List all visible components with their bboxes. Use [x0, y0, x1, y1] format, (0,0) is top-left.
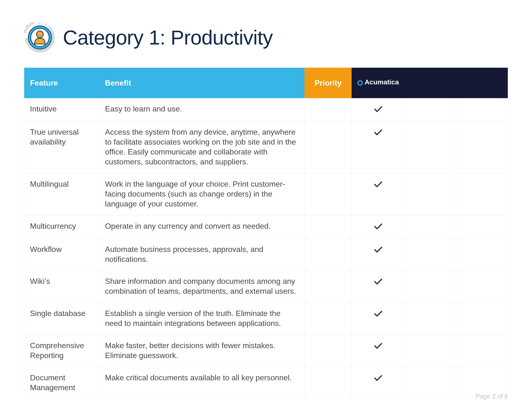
table-row: Multicurrency Operate in any currency an… — [24, 215, 508, 238]
table-row: True universal availability Access the s… — [24, 121, 508, 173]
cell-benefit: Automate business processes, approvals, … — [99, 238, 304, 271]
page-title: Category 1: Productivity — [63, 26, 273, 49]
table-row: Multilingual Work in the language of you… — [24, 173, 508, 215]
table-row: Wiki’s Share information and company doc… — [24, 271, 508, 303]
check-icon — [374, 342, 382, 351]
cell-brand-check — [352, 303, 405, 335]
table-header: Feature Benefit Priority Acumatica — [24, 68, 508, 98]
cell-vendor-3 — [456, 303, 508, 335]
svg-point-2 — [37, 31, 43, 38]
table-row: Intuitive Easy to learn and use. — [24, 98, 508, 121]
cell-vendor-2 — [405, 335, 456, 367]
brand-label: Acumatica — [365, 78, 399, 86]
cell-vendor-3 — [456, 98, 508, 121]
cell-vendor-3 — [456, 121, 508, 173]
cell-vendor-3 — [456, 238, 508, 271]
cell-benefit: Operate in any currency and convert as n… — [99, 215, 304, 238]
cell-brand-check — [352, 335, 405, 367]
cell-brand-check — [352, 98, 405, 121]
check-icon — [374, 310, 382, 319]
page-footer: Page 2 of 8 — [476, 393, 508, 400]
cell-benefit: Make critical documents available to all… — [99, 367, 304, 399]
col-vendor-3 — [456, 68, 508, 98]
cell-feature: Single database — [24, 303, 99, 335]
check-icon — [374, 223, 382, 231]
cell-priority — [304, 367, 352, 399]
check-icon — [374, 105, 382, 114]
table-body: Intuitive Easy to learn and use. True un… — [24, 98, 508, 399]
cell-benefit: Easy to learn and use. — [99, 98, 304, 121]
cell-vendor-2 — [405, 271, 456, 303]
check-icon — [374, 181, 382, 189]
cell-vendor-3 — [456, 335, 508, 367]
cell-priority — [304, 238, 352, 271]
cell-feature: Multicurrency — [24, 215, 99, 238]
page: Category 1: Productivity Feature Benefit… — [0, 0, 532, 411]
gear-person-icon — [24, 22, 56, 53]
col-benefit: Benefit — [99, 68, 304, 98]
cell-feature: Wiki’s — [24, 271, 99, 303]
cell-brand-check — [352, 173, 405, 215]
cell-benefit: Access the system from any device, anyti… — [99, 121, 304, 173]
cell-vendor-2 — [405, 98, 456, 121]
header: Category 1: Productivity — [24, 22, 508, 53]
acumatica-logo-icon — [357, 80, 363, 85]
cell-feature: Workflow — [24, 238, 99, 271]
cell-feature: Comprehensive Reporting — [24, 335, 99, 367]
col-brand: Acumatica — [352, 68, 405, 98]
cell-brand-check — [352, 121, 405, 173]
table-row: Workflow Automate business processes, ap… — [24, 238, 508, 271]
check-icon — [374, 129, 382, 137]
col-vendor-2 — [405, 68, 456, 98]
cell-priority — [304, 303, 352, 335]
cell-feature: Multilingual — [24, 173, 99, 215]
cell-brand-check — [352, 271, 405, 303]
cell-vendor-2 — [405, 173, 456, 215]
cell-priority — [304, 173, 352, 215]
check-icon — [374, 246, 382, 255]
cell-benefit: Work in the language of your choice. Pri… — [99, 173, 304, 215]
col-feature: Feature — [24, 68, 99, 98]
cell-vendor-3 — [456, 173, 508, 215]
cell-benefit: Share information and company documents … — [99, 271, 304, 303]
cell-vendor-2 — [405, 367, 456, 399]
cell-priority — [304, 271, 352, 303]
cell-brand-check — [352, 215, 405, 238]
check-icon — [374, 374, 382, 383]
feature-table: Feature Benefit Priority Acumatica — [24, 68, 508, 399]
cell-vendor-2 — [405, 215, 456, 238]
svg-point-3 — [358, 81, 362, 85]
cell-benefit: Establish a single version of the truth.… — [99, 303, 304, 335]
cell-brand-check — [352, 367, 405, 399]
cell-vendor-2 — [405, 303, 456, 335]
cell-brand-check — [352, 238, 405, 271]
cell-priority — [304, 98, 352, 121]
cell-vendor-2 — [405, 121, 456, 173]
cell-feature: True universal availability — [24, 121, 99, 173]
col-priority: Priority — [304, 68, 352, 98]
cell-feature: Document Management — [24, 367, 99, 399]
check-icon — [374, 278, 382, 287]
table-row: Single database Establish a single versi… — [24, 303, 508, 335]
brand-badge: Acumatica — [357, 78, 399, 86]
cell-vendor-3 — [456, 271, 508, 303]
cell-vendor-2 — [405, 238, 456, 271]
table-row: Comprehensive Reporting Make faster, bet… — [24, 335, 508, 367]
cell-benefit: Make faster, better decisions with fewer… — [99, 335, 304, 367]
cell-feature: Intuitive — [24, 98, 99, 121]
cell-vendor-3 — [456, 215, 508, 238]
cell-priority — [304, 215, 352, 238]
cell-priority — [304, 335, 352, 367]
table-row: Document Management Make critical docume… — [24, 367, 508, 399]
cell-priority — [304, 121, 352, 173]
